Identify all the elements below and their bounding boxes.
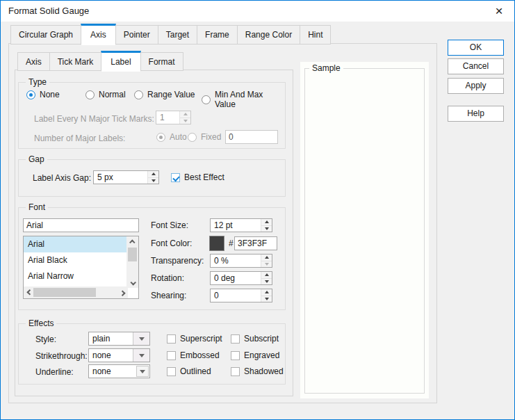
embossed-checkbox[interactable]: Embossed: [167, 350, 220, 360]
sample-group-title: Sample: [309, 63, 343, 73]
transparency-spin-buttons[interactable]: [261, 255, 272, 267]
font-list-item-arial[interactable]: Arial: [24, 236, 128, 252]
radio-none-control[interactable]: [26, 90, 35, 99]
radio-fixed-control: [188, 133, 197, 142]
shadowed-checkbox[interactable]: Shadowed: [231, 366, 284, 376]
font-size-label: Font Size:: [151, 220, 188, 230]
label-every-n-label: Label Every N Major Tick Marks:: [34, 114, 154, 124]
radio-normal-control[interactable]: [85, 90, 95, 99]
outlined-checkbox[interactable]: Outlined: [167, 366, 211, 376]
font-color-swatch[interactable]: [209, 236, 224, 251]
radio-normal[interactable]: Normal: [85, 90, 126, 99]
horizontal-scroll-thumb[interactable]: [33, 288, 96, 297]
outlined-label: Outlined: [180, 366, 211, 376]
cancel-button[interactable]: Cancel: [448, 58, 504, 74]
font-size-spinner[interactable]: 12 pt: [210, 218, 272, 232]
radio-auto-label: Auto: [170, 132, 187, 142]
radio-auto-control: [156, 133, 165, 142]
font-list-horizontal-scrollbar[interactable]: [24, 286, 128, 298]
scroll-down-icon[interactable]: [126, 277, 138, 288]
font-list-item-arial-narrow[interactable]: Arial Narrow: [24, 268, 128, 284]
engraved-checkbox[interactable]: Engraved: [231, 350, 279, 360]
effects-group: Effects Style: plain Strikethrough: none…: [18, 323, 286, 385]
type-group: Type None Normal Range Value Min And Max…: [18, 82, 286, 149]
font-name-input[interactable]: [24, 219, 138, 232]
best-effect-checkbox-control[interactable]: [171, 173, 180, 182]
radio-min-max-value-control[interactable]: [202, 95, 211, 104]
shadowed-checkbox-control[interactable]: [231, 367, 240, 376]
tab-hint[interactable]: Hint: [300, 25, 331, 45]
shearing-spin-buttons[interactable]: [261, 289, 272, 302]
font-color-hex-field[interactable]: [234, 236, 277, 250]
label-axis-gap-spin-buttons[interactable]: [147, 171, 158, 184]
style-dropdown[interactable]: plain: [88, 332, 150, 346]
scroll-up-icon[interactable]: [126, 236, 138, 247]
outlined-checkbox-control[interactable]: [167, 367, 176, 376]
subtab-tick-mark[interactable]: Tick Mark: [49, 52, 102, 71]
font-list[interactable]: Arial Arial Black Arial Narrow Arial Uni…: [23, 236, 139, 299]
transparency-label: Transparency:: [151, 256, 204, 266]
font-list-item-arial-black[interactable]: Arial Black: [24, 252, 128, 268]
font-color-hex-input[interactable]: [235, 237, 277, 250]
scroll-left-icon[interactable]: [24, 286, 34, 298]
number-major-labels-label: Number of Major Labels:: [34, 134, 125, 143]
font-size-spin-buttons[interactable]: [261, 219, 272, 232]
subtab-axis[interactable]: Axis: [17, 52, 50, 71]
label-axis-gap-spinner[interactable]: 5 px: [93, 170, 159, 184]
radio-normal-label: Normal: [99, 90, 126, 99]
tab-target[interactable]: Target: [158, 25, 197, 45]
scroll-right-icon[interactable]: [117, 286, 128, 298]
fixed-value-field[interactable]: [225, 130, 278, 144]
help-button[interactable]: Help: [448, 106, 504, 122]
rotation-spinner[interactable]: 0 deg: [210, 271, 272, 285]
subscript-label: Subscript: [244, 334, 279, 344]
close-icon[interactable]: ×: [488, 2, 510, 20]
tab-pointer[interactable]: Pointer: [115, 25, 158, 45]
shearing-label: Shearing:: [151, 291, 186, 300]
hash-label: #: [229, 239, 234, 248]
radio-range-value-label: Range Value: [147, 90, 195, 99]
radio-range-value[interactable]: Range Value: [134, 90, 195, 99]
effects-group-title: Effects: [26, 318, 56, 328]
best-effect-checkbox[interactable]: Best Effect: [171, 172, 224, 182]
sample-group: Sample: [304, 68, 425, 394]
embossed-checkbox-control[interactable]: [167, 351, 176, 360]
style-dropdown-arrow-icon[interactable]: [133, 332, 149, 345]
strikethrough-dropdown-arrow-icon[interactable]: [133, 349, 149, 362]
gap-group: Gap Label Axis Gap: 5 px Best Effect: [18, 159, 286, 197]
rotation-spin-buttons[interactable]: [261, 272, 272, 284]
font-list-vertical-scrollbar[interactable]: [126, 236, 138, 288]
underline-dropdown[interactable]: none: [88, 364, 150, 378]
font-group-title: Font: [26, 202, 48, 212]
strikethrough-dropdown[interactable]: none: [88, 348, 150, 362]
subscript-checkbox-control[interactable]: [231, 334, 240, 344]
subscript-checkbox[interactable]: Subscript: [231, 334, 279, 344]
radio-none[interactable]: None: [26, 90, 60, 99]
ok-button[interactable]: OK: [448, 40, 504, 56]
fixed-value-input[interactable]: [226, 131, 277, 143]
tab-range-color[interactable]: Range Color: [237, 25, 300, 45]
superscript-checkbox-control[interactable]: [167, 334, 176, 344]
radio-min-max-value[interactable]: Min And Max Value: [202, 90, 285, 109]
vertical-scroll-thumb[interactable]: [128, 248, 137, 261]
radio-range-value-control[interactable]: [134, 90, 143, 99]
tab-frame[interactable]: Frame: [197, 25, 238, 45]
underline-dropdown-arrow-icon[interactable]: [136, 366, 149, 377]
underline-label: Underline:: [35, 367, 74, 377]
shearing-spinner[interactable]: 0: [210, 289, 272, 302]
superscript-checkbox[interactable]: Superscript: [167, 334, 222, 344]
main-tab-bar: Circular Graph Axis Pointer Target Frame…: [10, 24, 330, 45]
engraved-checkbox-control[interactable]: [231, 351, 240, 360]
transparency-spinner[interactable]: 0 %: [210, 254, 272, 268]
label-every-n-spinner: 1: [156, 111, 191, 124]
apply-button[interactable]: Apply: [448, 78, 504, 94]
radio-fixed-label: Fixed: [201, 132, 221, 142]
best-effect-label: Best Effect: [184, 172, 224, 182]
subtab-format[interactable]: Format: [140, 52, 183, 71]
subtab-label[interactable]: Label: [101, 51, 140, 72]
radio-fixed: Fixed: [188, 132, 221, 142]
tab-axis[interactable]: Axis: [81, 24, 116, 45]
shadowed-label: Shadowed: [244, 366, 284, 376]
tab-circular-graph[interactable]: Circular Graph: [10, 25, 81, 45]
font-name-field[interactable]: [23, 218, 139, 232]
